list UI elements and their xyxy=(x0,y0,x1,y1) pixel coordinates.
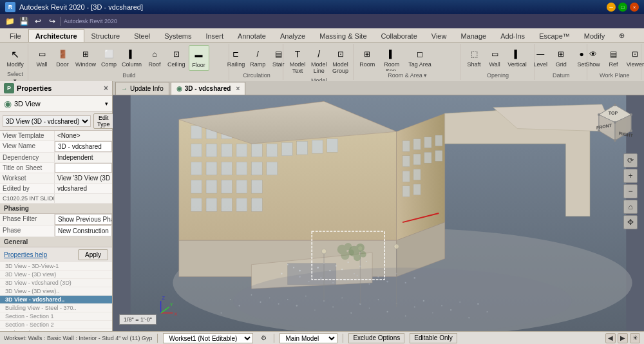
tab-view[interactable]: View xyxy=(424,29,454,42)
level-button[interactable]: — Level xyxy=(531,45,550,70)
phase-filter-value[interactable]: Show Previous Phase xyxy=(55,214,112,225)
wall-button[interactable]: ▭ Wall xyxy=(32,45,52,70)
pan-button[interactable]: ✥ xyxy=(623,215,638,229)
wall-opening-button[interactable]: ▭ Wall xyxy=(485,45,504,70)
tab-manage[interactable]: Manage xyxy=(453,29,493,42)
window-button[interactable]: ⊞ Window xyxy=(73,45,98,70)
tab-architecture[interactable]: Architecture xyxy=(28,29,84,42)
component-button[interactable]: ⬜ Comp xyxy=(99,45,118,70)
view-template-value: <None> xyxy=(55,131,112,140)
zoom-fit-button[interactable]: ⌂ xyxy=(623,200,638,214)
tab-analyze[interactable]: Analyze xyxy=(273,29,312,42)
vp-tab-3d[interactable]: ◉ 3D - vdcshared × xyxy=(171,82,246,95)
maximize-button[interactable]: □ xyxy=(618,3,627,12)
modify-button[interactable]: ↖ Modify xyxy=(5,45,26,70)
tab-modify[interactable]: Modify xyxy=(577,29,612,42)
tab-insert[interactable]: Insert xyxy=(198,29,231,42)
qa-open-button[interactable]: 📁 xyxy=(4,15,15,27)
vp-tab-3d-close[interactable]: × xyxy=(236,85,240,92)
door-button[interactable]: 🚪 Door xyxy=(53,45,72,70)
view-cube[interactable]: TOP FRONT RIGHT xyxy=(592,102,638,147)
model-text-button[interactable]: T Model Text xyxy=(287,45,307,76)
model-group-button[interactable]: ⊡ Model Group xyxy=(330,45,350,76)
tree-item-4-selected[interactable]: 3D View - vdcshared.. xyxy=(0,296,112,304)
shaft-button[interactable]: ⬚ Shaft xyxy=(464,45,484,70)
svg-rect-18 xyxy=(251,144,262,157)
properties-close-button[interactable]: × xyxy=(104,84,108,93)
close-button[interactable]: × xyxy=(630,3,639,12)
viewport[interactable]: X Z Y TOP FRONT xyxy=(113,95,644,331)
properties-help-link[interactable]: Properties help xyxy=(4,251,47,258)
apply-button[interactable]: Apply xyxy=(78,249,108,260)
update-info-icon: → xyxy=(121,85,128,92)
column-button[interactable]: ▌ Column xyxy=(120,45,144,70)
model-line-button[interactable]: / Model Line xyxy=(309,45,329,76)
svg-rect-34 xyxy=(251,180,262,193)
view-name-value[interactable]: 3D - vdcshared xyxy=(55,141,112,152)
exclude-options-button[interactable]: Exclude Options xyxy=(348,333,404,343)
railing-button[interactable]: ⊏ Railing xyxy=(225,45,247,70)
tag-area-button[interactable]: ◻ Tag Area xyxy=(406,45,433,70)
status-nav-2[interactable]: ▶ xyxy=(618,333,628,343)
edit-type-button[interactable]: Edit Type xyxy=(93,113,114,129)
shaft-icon: ⬚ xyxy=(466,46,482,62)
tree-item-6[interactable]: Section - Section 1 xyxy=(0,312,112,321)
tree-item-3[interactable]: 3D View - (3D view).. xyxy=(0,287,112,296)
zoom-out-button[interactable]: − xyxy=(623,184,638,198)
qa-undo-button[interactable]: ↩ xyxy=(32,15,44,27)
viewer-button[interactable]: ⊡ Viewer xyxy=(625,45,644,70)
svg-point-112 xyxy=(468,317,469,318)
vertical-button[interactable]: ▌ Vertical xyxy=(506,45,529,70)
floor-button[interactable]: ▬ Floor xyxy=(189,45,209,71)
room-sep-button[interactable]: ▌ Room Sep. xyxy=(378,45,405,71)
ribbon-group-select: ↖ Modify Select ▾ xyxy=(3,44,28,80)
title-sheet-value[interactable] xyxy=(55,163,112,173)
view-type-dropdown[interactable]: ▾ xyxy=(105,100,108,107)
status-sun-button[interactable]: ☀ xyxy=(630,333,640,343)
prop-view-template: View Template <None> xyxy=(0,131,112,141)
tab-addins[interactable]: Add-Ins xyxy=(493,29,532,42)
tab-systems[interactable]: Systems xyxy=(157,29,198,42)
left-container: P Properties × ◉ 3D View ▾ 3D View (3D -… xyxy=(0,81,113,331)
zoom-in-button[interactable]: + xyxy=(623,169,638,183)
ribbon-group-opening: ⬚ Shaft ▭ Wall ▌ Vertical ⌂ Dormer Openi… xyxy=(462,44,535,80)
status-nav-1[interactable]: ◀ xyxy=(605,333,616,343)
tree-item-8[interactable]: Floor Plan - LEVEL 1 xyxy=(0,329,112,331)
tab-annotate[interactable]: Annotate xyxy=(231,29,273,42)
ceiling-button[interactable]: ⊡ Ceiling xyxy=(166,45,187,70)
tab-structure[interactable]: Structure xyxy=(84,29,128,42)
tab-steel[interactable]: Steel xyxy=(127,29,157,42)
ref-button[interactable]: ▤ Ref xyxy=(604,45,623,70)
tree-item-7[interactable]: Section - Section 2 xyxy=(0,321,112,329)
tree-item-0[interactable]: 3D View - 3D-View-1 xyxy=(0,262,112,271)
room-button[interactable]: ⊞ Room xyxy=(357,45,377,70)
workset-selector[interactable]: Workset1 (Not Editable) xyxy=(163,333,253,343)
tab-escape[interactable]: Escape™ xyxy=(532,29,577,42)
tree-item-5[interactable]: Building View - Steel - 370.. xyxy=(0,304,112,312)
svg-point-70 xyxy=(366,261,367,262)
tab-add[interactable]: ⊕ xyxy=(612,29,632,42)
qa-save-button[interactable]: 💾 xyxy=(18,15,30,27)
workset-settings-button[interactable]: ⚙ xyxy=(258,333,269,343)
tab-collaborate[interactable]: Collaborate xyxy=(374,29,424,42)
svg-text:Y: Y xyxy=(170,301,173,307)
qa-redo-button[interactable]: ↪ xyxy=(46,15,58,27)
stair-icon: ▤ xyxy=(270,46,286,62)
roof-button[interactable]: ⌂ Roof xyxy=(145,45,164,70)
tab-file[interactable]: File xyxy=(3,29,28,42)
view-name-select[interactable]: 3D View (3D - vdcshared) xyxy=(3,115,91,127)
editable-only-button[interactable]: Editable Only xyxy=(410,333,457,343)
grid-button[interactable]: ⊞ Grid xyxy=(551,45,571,70)
ramp-button[interactable]: / Ramp xyxy=(248,45,267,70)
tree-item-1[interactable]: 3D View - (3D view) xyxy=(0,271,112,279)
tab-massing[interactable]: Massing & Site xyxy=(312,29,374,42)
show-button[interactable]: 👁 Show xyxy=(583,45,603,70)
view-type-icon: ◉ xyxy=(4,99,12,109)
model-selector[interactable]: Main Model xyxy=(279,333,337,343)
phase-value[interactable]: New Construction xyxy=(55,225,112,236)
minimize-button[interactable]: ─ xyxy=(607,3,616,12)
tree-item-2[interactable]: 3D View - vdcshared (3D) xyxy=(0,279,112,287)
svg-point-151 xyxy=(630,129,632,132)
orbit-button[interactable]: ⟳ xyxy=(623,153,638,167)
vp-tab-update-info[interactable]: → Update Info xyxy=(115,82,169,95)
